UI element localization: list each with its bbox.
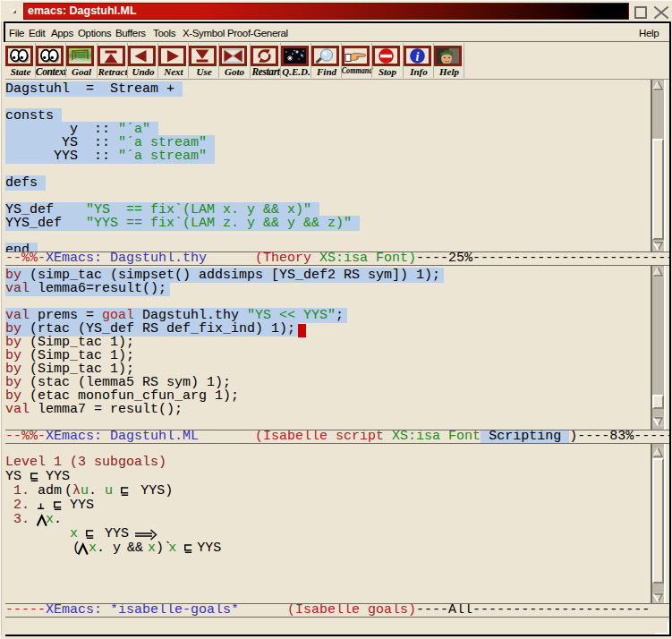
svg-text:i: i <box>416 50 420 64</box>
